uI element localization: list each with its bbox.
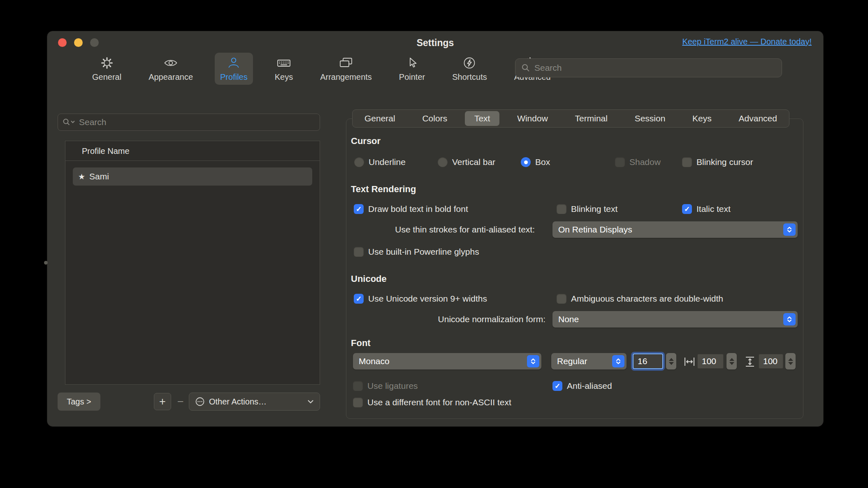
ellipsis-circle-icon: [195, 397, 205, 407]
checkbox-antialiased[interactable]: ✓ Anti-aliased: [552, 377, 612, 395]
radio-selected-icon: [521, 157, 531, 167]
checkbox-non-ascii-font[interactable]: Use a different font for non-ASCII text: [353, 393, 511, 411]
tab-colors[interactable]: Colors: [413, 111, 457, 126]
checkbox-unicode-v9[interactable]: ✓ Use Unicode version 9+ widths: [354, 290, 487, 308]
checkbox-shadow[interactable]: Shadow: [615, 153, 661, 171]
font-size-field[interactable]: [633, 353, 663, 369]
font-style-popup[interactable]: Regular: [551, 353, 627, 369]
toolbar-item-appearance[interactable]: Appearance: [143, 53, 198, 85]
checkbox-checked-icon: ✓: [682, 204, 692, 214]
toolbar-label: Appearance: [149, 72, 193, 82]
tab-advanced[interactable]: Advanced: [729, 111, 787, 126]
tab-text[interactable]: Text: [465, 111, 500, 126]
checkbox-checked-icon: ✓: [354, 294, 364, 304]
normalization-label: Unicode normalization form:: [351, 310, 545, 328]
thin-strokes-label: Use thin strokes for anti-aliased text:: [351, 221, 535, 239]
checkbox-icon: [557, 204, 566, 214]
check-icon: ✓: [684, 206, 690, 213]
horizontal-spacing-stepper[interactable]: [726, 353, 737, 369]
stepper-down-icon: [729, 362, 734, 365]
profile-name: Sami: [89, 172, 109, 181]
check-icon: ✓: [356, 295, 362, 302]
font-heading: Font: [351, 338, 371, 349]
toolbar-item-pointer[interactable]: Pointer: [394, 53, 430, 85]
popup-updown-icon: [783, 223, 796, 236]
checkbox-blinking-cursor[interactable]: Blinking cursor: [682, 153, 753, 171]
horizontal-spacing-field[interactable]: [697, 354, 724, 369]
tags-button[interactable]: Tags >: [58, 393, 100, 411]
tab-terminal[interactable]: Terminal: [566, 111, 617, 126]
tab-keys[interactable]: Keys: [683, 111, 721, 126]
checkbox-blinking-text[interactable]: Blinking text: [557, 200, 617, 218]
cursor-heading: Cursor: [351, 136, 381, 146]
horizontal-spacing-icon: [684, 356, 695, 367]
font-family-popup[interactable]: Monaco: [353, 353, 541, 369]
unicode-heading: Unicode: [351, 274, 387, 284]
checkbox-ambiguous-double-width[interactable]: Ambiguous characters are double-width: [557, 290, 723, 308]
profile-list: Profile Name ★ Sami: [65, 141, 320, 385]
scoped-search-icon: [63, 118, 76, 127]
checkbox-checked-icon: ✓: [354, 204, 364, 214]
toolbar-item-arrangements[interactable]: Arrangements: [315, 53, 377, 85]
toolbar-label: General: [92, 72, 121, 82]
search-icon: [521, 63, 530, 72]
radio-underline[interactable]: Underline: [354, 153, 406, 171]
toolbar-label: Pointer: [399, 72, 425, 82]
profile-tab-bar: General Colors Text Window Terminal Sess…: [352, 109, 789, 128]
windows-icon: [339, 56, 353, 70]
check-icon: ✓: [356, 206, 362, 213]
checkbox-icon: [353, 381, 363, 391]
remove-profile-button[interactable]: −: [173, 393, 188, 410]
add-profile-button[interactable]: +: [154, 393, 171, 410]
popup-updown-icon: [612, 355, 624, 367]
checkbox-powerline-glyphs[interactable]: Use built-in Powerline glyphs: [354, 243, 479, 261]
thin-strokes-popup[interactable]: On Retina Displays: [552, 221, 798, 238]
gear-icon: [100, 56, 114, 70]
other-actions-menu[interactable]: Other Actions…: [189, 393, 320, 411]
keyboard-icon: [276, 56, 291, 70]
bolt-icon: [462, 56, 477, 70]
profile-search-input[interactable]: [79, 117, 315, 127]
donate-link[interactable]: Keep iTerm2 alive — Donate today!: [682, 37, 812, 46]
toolbar-item-keys[interactable]: Keys: [269, 53, 298, 85]
toolbar-label: Shortcuts: [452, 72, 487, 82]
radio-vertical-bar[interactable]: Vertical bar: [438, 153, 495, 171]
checkbox-icon: [557, 294, 566, 304]
popup-updown-icon: [527, 355, 539, 367]
toolbar-label: Profiles: [220, 72, 248, 82]
profile-name-column-header[interactable]: Profile Name: [65, 141, 320, 161]
checkbox-italic-text[interactable]: ✓ Italic text: [682, 200, 731, 218]
stepper-up-icon: [729, 358, 734, 361]
stepper-up-icon: [669, 358, 674, 361]
checkbox-icon: [353, 397, 363, 407]
chevron-down-icon: [307, 400, 314, 404]
toolbar-item-general[interactable]: General: [87, 53, 127, 85]
checkbox-draw-bold[interactable]: ✓ Draw bold text in bold font: [354, 200, 468, 218]
radio-box[interactable]: Box: [521, 153, 550, 171]
tab-general[interactable]: General: [355, 111, 405, 126]
checkbox-icon: [354, 247, 364, 257]
toolbar-item-shortcuts[interactable]: Shortcuts: [447, 53, 492, 85]
pane-splitter-handle[interactable]: [44, 261, 48, 265]
text-rendering-heading: Text Rendering: [351, 184, 416, 195]
profile-search[interactable]: [58, 114, 320, 131]
toolbar-search[interactable]: [515, 58, 782, 77]
normalization-popup[interactable]: None: [552, 311, 798, 328]
tab-window[interactable]: Window: [508, 111, 557, 126]
checkbox-use-ligatures[interactable]: Use ligatures: [353, 377, 418, 395]
profile-row[interactable]: ★ Sami: [73, 167, 312, 186]
vertical-spacing-stepper[interactable]: [785, 353, 796, 369]
stepper-down-icon: [669, 362, 674, 365]
toolbar-item-profiles[interactable]: Profiles: [215, 53, 253, 85]
stepper-down-icon: [788, 362, 793, 365]
checkbox-icon: [615, 157, 625, 167]
radio-icon: [438, 157, 448, 167]
tab-session[interactable]: Session: [625, 111, 675, 126]
font-size-stepper[interactable]: [666, 353, 676, 369]
toolbar-search-input[interactable]: [534, 63, 776, 73]
checkbox-icon: [682, 157, 692, 167]
star-icon: ★: [78, 172, 85, 181]
vertical-spacing-field[interactable]: [759, 354, 783, 369]
toolbar-label: Keys: [275, 72, 293, 82]
person-icon: [226, 56, 241, 70]
